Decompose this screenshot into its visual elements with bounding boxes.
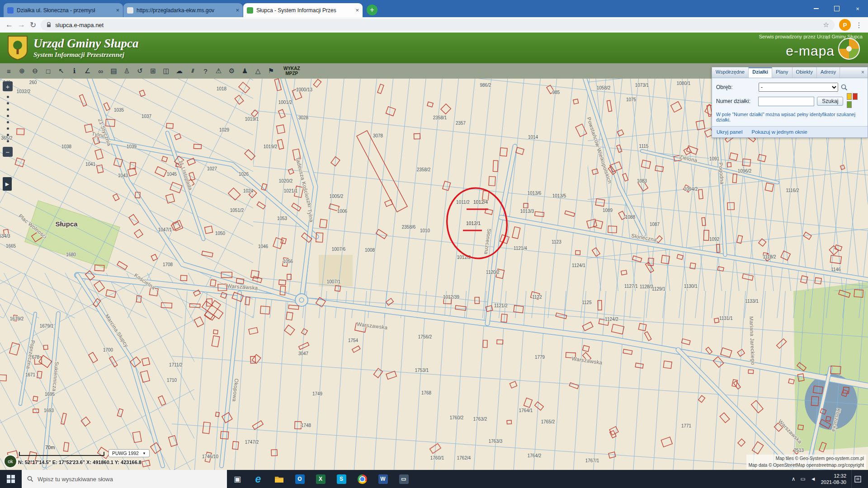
map-zoom-slider[interactable] <box>7 93 9 145</box>
pin-icon[interactable]: ⚑ <box>265 65 277 77</box>
file-explorer-icon[interactable] <box>269 470 289 488</box>
single-window-link[interactable]: Pokazuj w jednym oknie <box>752 129 807 135</box>
battery-icon[interactable]: ▭ <box>800 476 805 482</box>
close-button[interactable]: × <box>847 0 868 17</box>
browser-tab[interactable]: Działka ul. Słoneczna - przemysł× <box>4 3 123 17</box>
parcel-label: 1094/2 <box>684 187 698 192</box>
browser-menu-icon[interactable]: ⋮ <box>855 21 863 29</box>
hide-panel-link[interactable]: Ukryj panel <box>717 129 743 135</box>
taskbar-search-placeholder: Wpisz tu wyszukiwane słowa <box>38 476 113 483</box>
word-icon-badge: W <box>378 474 388 484</box>
previous-view-icon[interactable]: ↺ <box>134 65 146 77</box>
settings-icon[interactable]: ⚙ <box>226 65 238 77</box>
parcel-label: 1043 <box>118 173 128 178</box>
hatch-icon[interactable]: /// <box>186 65 198 77</box>
warning-icon[interactable]: ⚠ <box>212 65 225 77</box>
minimize-button[interactable] <box>806 0 826 17</box>
zoom-out-icon[interactable]: ⊖ <box>29 65 41 77</box>
minimize-icon <box>814 8 819 9</box>
remote-desktop-icon[interactable]: ▭ <box>393 470 414 488</box>
cloud-icon[interactable]: ☁ <box>173 65 185 77</box>
tab-favicon <box>7 7 14 14</box>
notification-center-button[interactable] <box>851 470 863 488</box>
tab-close-icon[interactable]: × <box>116 7 119 14</box>
browser-tab[interactable]: Słupca - System Informacji Przes× <box>243 3 363 17</box>
reload-icon[interactable]: ↻ <box>30 20 36 30</box>
url-bar[interactable]: slupca.e-mapa.net ☆ <box>41 19 835 31</box>
parcel-label: 534/3 <box>0 234 10 239</box>
swatch-yellow[interactable] <box>847 93 852 100</box>
attribution-line-2: Map data © OpenStreetMap openstreetmap.o… <box>749 462 864 469</box>
split-view-icon[interactable]: ◫ <box>160 65 172 77</box>
profile-avatar[interactable]: P <box>839 19 851 31</box>
edge-icon[interactable]: e <box>248 470 269 488</box>
task-view-icon[interactable]: ▣ <box>227 470 248 488</box>
ok-badge[interactable]: ok <box>4 455 17 468</box>
taskbar-clock[interactable]: 12:32 2021-08-30 <box>821 473 846 486</box>
users-icon[interactable]: ♟ <box>239 65 251 77</box>
volume-icon[interactable]: ◄ <box>811 476 816 482</box>
parcel-number-input[interactable] <box>758 97 814 106</box>
panel-tab-plany[interactable]: Plany <box>772 67 793 78</box>
panel-tab-działki[interactable]: Działki <box>749 67 772 78</box>
outlook-icon[interactable]: O <box>289 470 310 488</box>
tab-close-icon[interactable]: × <box>355 7 359 14</box>
excel-icon[interactable]: X <box>310 470 331 488</box>
panel-tab-obiekty[interactable]: Obiekty <box>793 67 817 78</box>
parcel-label: 1128/2 <box>640 284 653 289</box>
numer-dzialki-label: Numer działki: <box>716 98 755 104</box>
start-button[interactable] <box>0 470 22 488</box>
extent-icon[interactable]: ⊞ <box>147 65 159 77</box>
zoom-in-icon[interactable]: ⊕ <box>16 65 28 77</box>
parcel-label: 1708 <box>163 262 173 267</box>
help-icon[interactable]: ? <box>199 65 212 77</box>
parcel-label: 1779 <box>535 355 545 360</box>
parcel-label: 1088 <box>625 215 636 220</box>
panel-tab-adresy[interactable]: Adresy <box>817 67 840 78</box>
map-zoom-in-button[interactable]: + <box>3 81 13 91</box>
tray-chevron-up-icon[interactable]: ∧ <box>792 476 796 482</box>
panel-tabs: WspółrzędneDziałkiPlanyObiektyAdresy× <box>712 67 868 78</box>
taskbar-search[interactable]: Wpisz tu wyszukiwane słowa <box>22 470 227 488</box>
parcel-label: 1046 <box>258 244 269 249</box>
slope-icon[interactable]: △ <box>252 65 264 77</box>
streetview-icon[interactable]: ♙ <box>121 65 133 77</box>
parcel-label: 1035 <box>114 108 124 113</box>
info-icon[interactable]: ℹ <box>68 65 80 77</box>
obreb-select[interactable]: - <box>759 83 838 92</box>
parcel-label: 1014 <box>528 135 538 140</box>
search-icon[interactable] <box>841 84 848 91</box>
swatch-red[interactable] <box>853 93 858 100</box>
parcel-label: 1679/2 <box>10 316 24 321</box>
word-icon[interactable]: W <box>373 470 393 488</box>
skype-icon[interactable]: S <box>331 470 352 488</box>
print-icon[interactable]: ▤ <box>108 65 120 77</box>
bookmark-star-icon[interactable]: ☆ <box>823 21 829 29</box>
tab-favicon <box>127 7 133 14</box>
browser-tab[interactable]: https://przegladarka-ekw.ms.gov× <box>123 3 243 17</box>
select-area-icon[interactable]: □ <box>42 65 54 77</box>
map-zoom-out-button[interactable]: − <box>3 147 13 157</box>
panel-tab-współrzędne[interactable]: Współrzędne <box>712 67 749 78</box>
chrome-icon[interactable] <box>352 470 373 488</box>
back-icon[interactable]: ← <box>5 20 13 29</box>
sidebar-expander[interactable]: ▶ <box>3 177 12 191</box>
panel-links: Ukryj panel Pokazuj w jednym oknie <box>712 126 868 137</box>
parcel-label: 1121/4 <box>514 246 527 251</box>
swatch-green[interactable] <box>847 101 852 108</box>
panel-close-icon[interactable]: × <box>858 67 868 78</box>
wykaz-mpzp-button[interactable]: WYKAZ MPZP <box>283 66 300 76</box>
pointer-icon[interactable]: ↖ <box>55 65 67 77</box>
tab-close-icon[interactable]: × <box>236 7 239 14</box>
new-tab-button[interactable]: + <box>367 5 377 15</box>
link-icon[interactable]: ∞ <box>94 65 107 77</box>
forward-icon[interactable]: → <box>18 20 25 29</box>
parcel-label: 1665 <box>6 244 16 249</box>
emapa-globe-icon <box>838 38 860 60</box>
layers-icon[interactable]: ≡ <box>3 65 15 77</box>
szukaj-button[interactable]: Szukaj <box>817 97 843 106</box>
parcel-label: 1695 <box>45 392 55 397</box>
restore-button[interactable] <box>826 0 847 17</box>
crs-selector[interactable]: PUWG 1992 ▼ <box>108 449 150 457</box>
measure-icon[interactable]: ∠ <box>81 65 94 77</box>
